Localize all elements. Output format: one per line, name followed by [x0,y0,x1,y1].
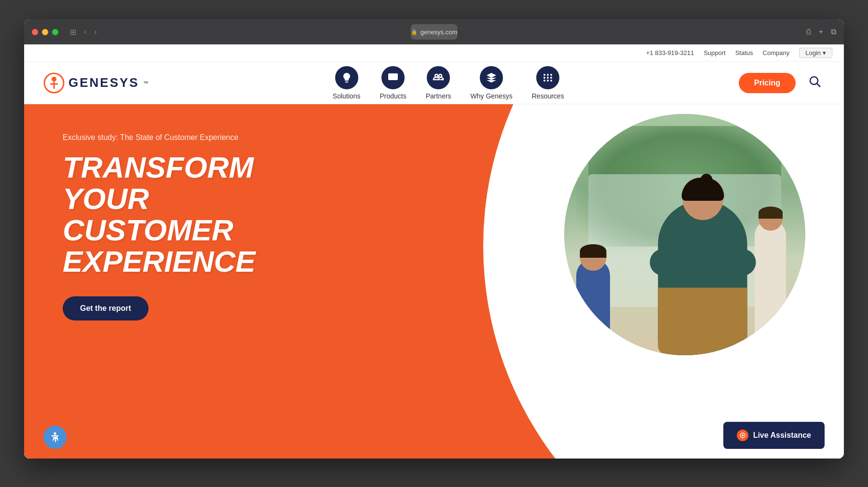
svg-point-7 [543,74,545,76]
svg-line-17 [817,83,820,87]
url-display: genesys.com [420,28,458,36]
logo-trademark: ™ [143,80,149,86]
status-link[interactable]: Status [735,49,753,56]
back-button[interactable]: ‹ [82,26,88,38]
svg-point-14 [547,80,549,82]
support-link[interactable]: Support [704,49,726,56]
browser-navigation: ⊞ ‹ › [68,26,99,39]
svg-point-19 [742,434,744,436]
main-navigation: GENESYS™ Solutions Products [24,62,844,104]
solutions-icon [335,66,358,89]
browser-titlebar: ⊞ ‹ › 🔒 genesys.com ⎙ + ⧉ [24,19,844,44]
resources-icon [536,66,559,89]
svg-point-12 [550,77,552,79]
search-button[interactable] [805,73,825,93]
phone-number: +1 833-919-3211 [646,49,694,56]
hero-cta-button[interactable]: Get the report [63,296,149,320]
traffic-lights [32,29,58,35]
minimize-traffic-light[interactable] [42,29,48,35]
svg-rect-4 [388,73,398,80]
svg-point-1 [52,77,56,82]
why-genesys-label: Why Genesys [471,92,513,100]
sidebar-toggle-button[interactable]: ⊞ [68,26,78,39]
resources-label: Resources [532,92,564,100]
close-traffic-light[interactable] [32,29,38,35]
address-bar[interactable]: 🔒 genesys.com [411,24,458,40]
nav-solutions[interactable]: Solutions [333,66,361,100]
partners-label: Partners [426,92,451,100]
bg-person-right [755,220,786,355]
tabs-button[interactable]: ⧉ [831,28,836,36]
svg-point-20 [54,432,56,435]
logo[interactable]: GENESYS™ [43,72,149,94]
hero-title: TRANSFORM YOUR CUSTOMER EXPERIENCE [63,152,323,277]
hero-section: Exclusive study: The State of Customer E… [24,104,844,459]
nav-right-actions: Pricing [739,73,825,93]
forward-button[interactable]: › [92,26,98,38]
utility-bar: +1 833-919-3211 Support Status Company L… [24,44,844,62]
svg-point-8 [547,74,549,76]
new-tab-button[interactable]: + [819,28,823,36]
svg-point-16 [810,77,818,84]
live-assistance-icon [737,430,748,441]
share-button[interactable]: ⎙ [806,28,811,36]
svg-point-13 [543,80,545,82]
website-content: +1 833-919-3211 Support Status Company L… [24,44,844,459]
nav-resources[interactable]: Resources [532,66,564,100]
live-assistance-button[interactable]: Live Assistance [723,422,825,449]
maximize-traffic-light[interactable] [52,29,58,35]
svg-point-9 [550,74,552,76]
svg-point-10 [543,77,545,79]
logo-text: GENESYS [68,75,139,90]
nav-products[interactable]: Products [380,66,406,100]
hero-content: Exclusive study: The State of Customer E… [24,104,362,349]
hero-image-circle [564,114,805,355]
pricing-button[interactable]: Pricing [739,73,796,93]
products-icon [381,66,405,89]
bg-person-left [576,259,610,355]
partners-icon [427,66,450,89]
browser-actions: ⎙ + ⧉ [806,28,836,36]
svg-point-15 [550,80,552,82]
live-assistance-label: Live Assistance [753,431,811,440]
login-button[interactable]: Login ▾ [799,48,832,58]
nav-items: Solutions Products Partners [177,66,719,100]
accessibility-button[interactable] [43,426,67,449]
nav-partners[interactable]: Partners [426,66,451,100]
genesys-logo-icon [43,72,65,94]
security-icon: 🔒 [411,29,418,35]
dropdown-arrow-icon: ▾ [823,49,826,56]
main-person [658,201,747,355]
why-genesys-icon [480,66,503,89]
nav-why-genesys[interactable]: Why Genesys [471,66,513,100]
company-link[interactable]: Company [763,49,790,56]
products-label: Products [380,92,406,100]
svg-point-11 [547,77,549,79]
hero-subtitle: Exclusive study: The State of Customer E… [63,133,323,142]
solutions-label: Solutions [333,92,361,100]
